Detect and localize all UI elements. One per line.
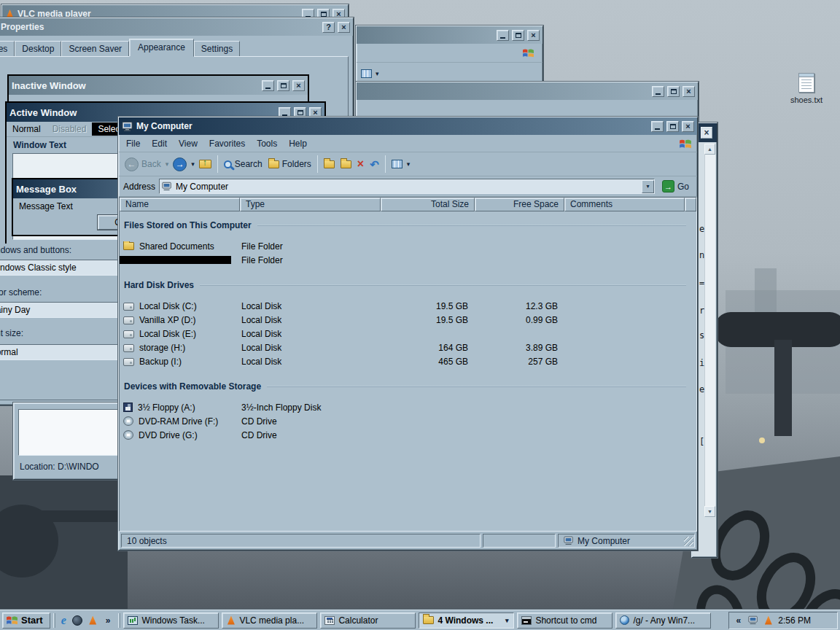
taskbar-button-windows-group[interactable]: 4 Windows ... ▾ xyxy=(419,612,514,629)
menu-help[interactable]: Help xyxy=(283,136,313,151)
start-button[interactable]: Start xyxy=(2,612,50,629)
maximize-button[interactable] xyxy=(667,86,680,97)
delete-button[interactable]: × xyxy=(354,157,367,171)
list-item-selected[interactable]: File Folder xyxy=(120,253,696,267)
menu-file[interactable]: File xyxy=(120,136,146,151)
menu-view[interactable]: View xyxy=(173,136,203,151)
toolbar-separator xyxy=(317,155,318,173)
toolbar: ← Back ▾ → ▾ Search Folders xyxy=(119,152,697,176)
chevron-down-icon[interactable]: ▾ xyxy=(374,70,381,77)
help-button[interactable]: ? xyxy=(322,22,335,33)
forward-button[interactable]: → xyxy=(170,156,190,173)
taskbar-button-calculator[interactable]: Calculator xyxy=(320,612,416,629)
list-item-dvd-ram-f[interactable]: DVD-RAM Drive (F:) CD Drive xyxy=(120,414,696,428)
undo-button[interactable]: ↶ xyxy=(367,158,382,171)
column-header-total-size[interactable]: Total Size xyxy=(381,198,475,211)
taskbar-button-vlc[interactable]: VLC media pla... xyxy=(222,612,317,629)
tab-themes[interactable]: Themes xyxy=(0,41,15,57)
list-item-vanilla-xp-d[interactable]: Vanilla XP (D:) Local Disk 19.5 GB 0.99 … xyxy=(120,313,696,327)
desktop-icon-label: shoes.txt xyxy=(788,96,825,104)
file-list: Name Type Total Size Free Space Comments… xyxy=(119,197,697,532)
close-button[interactable]: × xyxy=(701,127,712,139)
preview-inactive-window: Inactive Window × xyxy=(7,74,309,104)
cd-drive-icon xyxy=(123,416,133,426)
my-computer-window[interactable]: My Computer × File Edit View Favorites T… xyxy=(118,117,698,551)
go-button[interactable]: → Go xyxy=(658,180,693,192)
minimize-button[interactable] xyxy=(497,30,509,41)
forward-dropdown[interactable]: ▾ xyxy=(190,160,196,168)
move-to-icon xyxy=(324,160,335,168)
vlc-cone-icon[interactable] xyxy=(88,616,98,625)
minimize-button[interactable] xyxy=(651,121,664,132)
close-button[interactable]: × xyxy=(338,22,350,33)
menu-tools[interactable]: Tools xyxy=(251,136,283,151)
taskbar-handle[interactable] xyxy=(118,613,120,628)
vertical-scrollbar[interactable]: ▲ ▼ xyxy=(704,144,715,517)
status-bar: 10 objects My Computer xyxy=(119,532,697,550)
disk-drive-icon xyxy=(123,316,134,324)
maximize-button[interactable] xyxy=(512,30,524,41)
color-scheme-label: Color scheme: xyxy=(0,287,42,298)
cd-drive-icon xyxy=(123,430,133,440)
folder-icon xyxy=(123,242,134,250)
list-item-floppy-a[interactable]: 3½ Floppy (A:) 3½-Inch Floppy Disk xyxy=(120,400,696,414)
display-tray-icon[interactable] xyxy=(748,615,758,625)
desktop-icon-shoes-txt[interactable]: shoes.txt xyxy=(788,73,825,104)
floppy-icon xyxy=(123,402,133,412)
folders-button[interactable]: Folders xyxy=(265,158,314,171)
tray-chevron[interactable]: « xyxy=(734,615,744,626)
internet-explorer-icon[interactable]: e xyxy=(61,615,66,626)
taskbar-button-task-manager[interactable]: Windows Task... xyxy=(123,612,219,629)
move-to-button[interactable] xyxy=(321,159,338,170)
back-dropdown[interactable]: ▾ xyxy=(164,160,171,168)
close-button[interactable]: × xyxy=(527,30,540,41)
address-input[interactable]: My Computer ▾ xyxy=(159,179,655,194)
folders-icon xyxy=(268,160,279,168)
media-player-icon[interactable] xyxy=(72,615,82,626)
disk-drive-icon xyxy=(123,358,134,366)
taskbar-button-browser[interactable]: /g/ - Any Win7... xyxy=(615,612,711,629)
list-item-dvd-g[interactable]: DVD Drive (G:) CD Drive xyxy=(120,428,696,442)
resize-grip[interactable] xyxy=(684,537,693,546)
taskbar-handle[interactable] xyxy=(53,613,55,628)
taskbar-button-cmd[interactable]: Shortcut to cmd xyxy=(517,612,612,629)
scrollbar-track[interactable] xyxy=(704,155,715,506)
menu-favorites[interactable]: Favorites xyxy=(203,136,251,151)
titlebar[interactable]: My Computer × xyxy=(119,117,697,135)
quick-launch-overflow[interactable]: » xyxy=(104,615,113,626)
minimize-button[interactable] xyxy=(652,86,664,97)
search-button[interactable]: Search xyxy=(221,158,265,171)
column-header-name[interactable]: Name xyxy=(120,198,240,211)
back-button[interactable]: ← Back xyxy=(122,156,164,173)
up-button[interactable] xyxy=(196,158,214,170)
close-button[interactable]: × xyxy=(682,86,695,97)
titlebar[interactable]: × xyxy=(357,82,698,100)
list-item-shared-documents[interactable]: Shared Documents File Folder xyxy=(120,239,696,253)
list-item-storage-h[interactable]: storage (H:) Local Disk 164 GB 3.89 GB xyxy=(120,341,696,354)
maximize-button[interactable] xyxy=(666,121,679,132)
tab-settings[interactable]: Settings xyxy=(194,41,240,57)
column-header-free-space[interactable]: Free Space xyxy=(475,198,564,211)
list-item-local-disk-e[interactable]: Local Disk (E:) Local Disk xyxy=(120,327,696,341)
vlc-tray-icon[interactable] xyxy=(763,616,773,625)
tab-screen-saver[interactable]: Screen Saver xyxy=(61,41,129,57)
scroll-down-button[interactable]: ▼ xyxy=(704,506,715,517)
window-title: Display Properties xyxy=(0,22,319,32)
titlebar[interactable]: × xyxy=(357,26,542,44)
titlebar[interactable]: Display Properties ? × xyxy=(0,18,353,36)
tab-appearance[interactable]: Appearance xyxy=(129,39,194,57)
list-item-local-disk-c[interactable]: Local Disk (C:) Local Disk 19.5 GB 12.3 … xyxy=(120,299,696,313)
column-header-comments[interactable]: Comments xyxy=(564,198,685,211)
views-button[interactable]: ▾ xyxy=(389,158,415,170)
address-dropdown-button[interactable]: ▾ xyxy=(642,180,654,193)
menu-edit[interactable]: Edit xyxy=(146,136,173,151)
views-icon[interactable] xyxy=(361,69,372,78)
tab-desktop[interactable]: Desktop xyxy=(15,41,61,57)
taskbar-clock: 2:56 PM xyxy=(778,615,831,626)
column-header-type[interactable]: Type xyxy=(240,198,381,211)
copy-to-button[interactable] xyxy=(338,159,354,170)
scroll-up-button[interactable]: ▲ xyxy=(704,144,715,155)
group-header-hard-disks: Hard Disk Drives xyxy=(124,280,686,290)
close-button[interactable]: × xyxy=(682,121,694,132)
list-item-backup-i[interactable]: Backup (I:) Local Disk 465 GB 257 GB xyxy=(120,354,696,368)
